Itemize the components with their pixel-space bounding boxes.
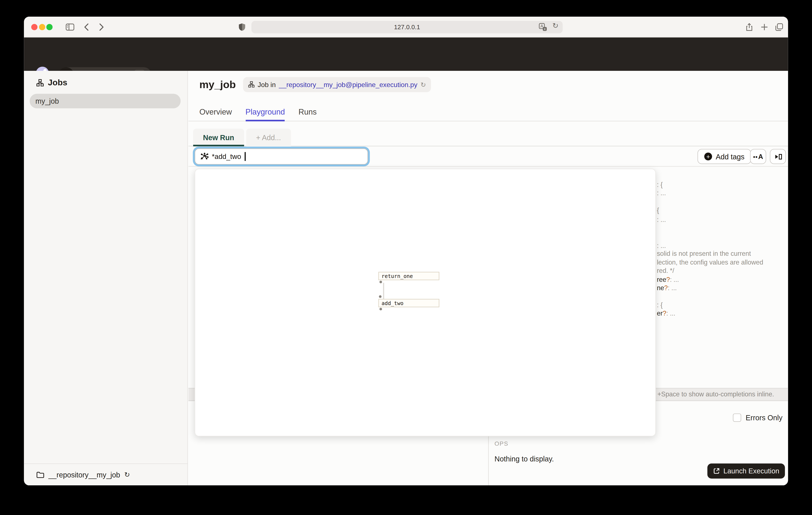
forward-icon[interactable] [99, 23, 104, 31]
new-tab-icon[interactable] [760, 23, 768, 31]
repository-reload-icon[interactable]: ↻ [124, 471, 130, 479]
add-tags-button[interactable]: + Add tags [697, 149, 751, 164]
errors-only-label: Errors Only [746, 413, 783, 422]
text-cursor [245, 152, 245, 161]
config-line: ree?: ... [657, 275, 679, 284]
svg-text:A: A [541, 24, 543, 28]
job-badge-prefix: Job in [258, 80, 276, 88]
jobs-icon [36, 79, 44, 86]
config-line: red. */ [657, 267, 674, 275]
app-header: Search... / Runs Assets Status Workspace… [24, 37, 788, 71]
launch-execution-label: Launch Execution [724, 467, 779, 475]
op-selector-icon [200, 152, 208, 161]
ops-section-header: OPS [494, 440, 509, 447]
playground-toolbar: *add_two + Add tags ••A [188, 146, 788, 167]
config-line: : ... [657, 216, 666, 224]
job-tabs: Overview Playground Runs [188, 107, 788, 121]
graph-node-return-one[interactable]: return_one [378, 272, 439, 280]
page-title: my_job [199, 78, 236, 90]
tab-add-config[interactable]: + Add... [246, 129, 291, 146]
url-text: 127.0.0.1 [252, 21, 563, 33]
sidebar-item-my-job[interactable]: my_job [30, 94, 181, 108]
address-bar[interactable]: 127.0.0.1 Ax ↻ [252, 21, 563, 33]
shortcuts-dots-icon: •• [753, 154, 758, 160]
output-dot [379, 308, 382, 310]
output-dot [379, 280, 382, 283]
ops-empty-message: Nothing to display. [494, 455, 554, 463]
config-line: : { [657, 301, 663, 309]
graph-node-add-two[interactable]: add_two [378, 299, 439, 307]
repository-footer[interactable]: __repository__my_job ↻ [24, 463, 188, 485]
close-window-button[interactable] [31, 24, 37, 30]
run-config-tabs: New Run + Add... [188, 129, 788, 146]
tab-new-run[interactable]: New Run [193, 129, 244, 146]
svg-text:x: x [544, 27, 546, 31]
config-line: ne?: ... [657, 284, 677, 292]
play-panel-icon [774, 152, 782, 161]
tab-playground[interactable]: Playground [245, 107, 285, 121]
autocomplete-hint: +Space to show auto-completions inline. [658, 390, 774, 398]
job-location-badge: Job in __repository__my_job@pipeline_exe… [243, 77, 431, 92]
shortcuts-letter-icon: A [758, 153, 763, 160]
config-line: lection, the config values are allowed [657, 259, 763, 267]
jobs-sidebar: Jobs my_job __repository__my_job ↻ [24, 71, 188, 485]
minimize-window-button[interactable] [39, 24, 45, 30]
op-graph-flyout: return_one add_two [195, 169, 656, 436]
jobs-section-header: Jobs [36, 78, 67, 87]
folder-icon [36, 471, 45, 478]
config-line: er?: ... [657, 309, 675, 318]
tab-overview-icon[interactable] [775, 23, 783, 31]
screenshot-stage: 127.0.0.1 Ax ↻ [0, 0, 812, 515]
op-selector-input[interactable]: *add_two [195, 148, 368, 165]
launch-execution-button[interactable]: Launch Execution [707, 463, 785, 479]
reload-page-icon[interactable]: ↻ [552, 21, 559, 30]
errors-only-checkbox[interactable] [733, 414, 741, 422]
job-badge-repo-link[interactable]: __repository__my_job@pipeline_execution.… [279, 80, 417, 88]
config-line: : ... [657, 242, 666, 250]
tab-overview[interactable]: Overview [199, 107, 232, 121]
zoom-window-button[interactable] [46, 24, 53, 30]
errors-only-toggle: Errors Only [733, 413, 783, 422]
config-line: : ... [657, 189, 666, 197]
input-dot [379, 295, 381, 298]
toggle-panel-button[interactable] [770, 149, 786, 164]
browser-toolbar: 127.0.0.1 Ax ↻ [24, 17, 788, 37]
back-icon[interactable] [84, 23, 89, 31]
browser-window: 127.0.0.1 Ax ↻ [24, 17, 788, 485]
job-badge-icon [248, 81, 254, 87]
shortcuts-button[interactable]: ••A [750, 149, 766, 164]
tab-runs[interactable]: Runs [298, 107, 317, 121]
translate-icon[interactable]: Ax [539, 23, 547, 31]
op-selector-value: *add_two [212, 153, 241, 160]
repository-name: __repository__my_job [49, 470, 120, 479]
page-title-row: my_job Job in __repository__my_job@pipel… [199, 77, 431, 92]
jobs-section-title: Jobs [48, 78, 67, 87]
config-line: solid is not present in the current [657, 249, 751, 258]
sidebar-toggle-icon[interactable] [66, 23, 75, 31]
share-icon[interactable] [746, 23, 753, 31]
config-line: { [657, 206, 659, 215]
privacy-shield-icon[interactable] [238, 23, 245, 31]
main-content: my_job Job in __repository__my_job@pipel… [188, 71, 788, 485]
plus-circle-icon: + [704, 153, 712, 160]
graph-edge [383, 283, 384, 299]
add-tags-label: Add tags [716, 152, 745, 161]
external-link-icon [713, 468, 720, 475]
config-line: : { [657, 181, 663, 189]
job-badge-reload-icon[interactable]: ↻ [420, 80, 426, 88]
